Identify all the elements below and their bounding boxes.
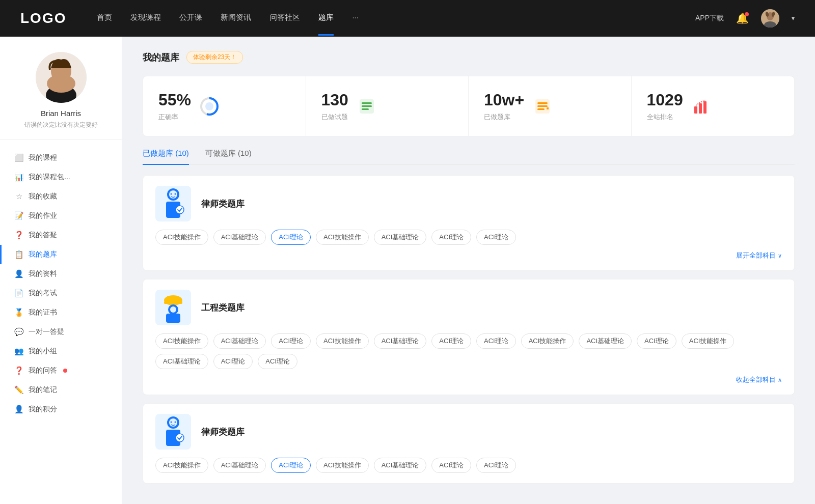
stat-done-questions: 130 已做试题 (306, 76, 469, 136)
svg-rect-20 (547, 107, 549, 109)
bank-tag-0-3[interactable]: ACI技能操作 (316, 230, 369, 245)
page-title: 我的题库 (143, 51, 179, 64)
bank-tag-1-4[interactable]: ACI基础理论 (374, 333, 427, 349)
sidebar-item-exam[interactable]: 📄 我的考试 (0, 284, 122, 303)
tab-done-banks[interactable]: 已做题库 (10) (143, 149, 189, 164)
user-avatar[interactable] (761, 9, 779, 27)
nav-open-course[interactable]: 公开课 (179, 13, 202, 24)
svg-rect-32 (167, 296, 179, 301)
nav-home[interactable]: 首页 (97, 13, 112, 24)
svg-point-40 (175, 422, 176, 423)
bank-tag-2-4[interactable]: ACI基础理论 (374, 458, 427, 473)
bank-tag-1-0[interactable]: ACI技能操作 (155, 333, 208, 349)
sidebar-item-notes[interactable]: ✏️ 我的笔记 (0, 380, 122, 400)
bank-tag-0-1[interactable]: ACI基础理论 (213, 230, 266, 245)
expand-btn-label-0: 展开全部科目 (736, 251, 776, 259)
nav-question-bank[interactable]: 题库 (318, 13, 334, 24)
tabs-row: 已做题库 (10) 可做题库 (10) (143, 149, 795, 165)
sidebar-label-points: 我的积分 (29, 405, 57, 414)
bank-tag-2-6[interactable]: ACI理论 (476, 458, 516, 473)
sidebar-item-my-qa[interactable]: ❓ 我的问答 (0, 361, 122, 380)
bank-tag-2-0[interactable]: ACI技能操作 (155, 458, 208, 473)
sidebar-item-materials[interactable]: 👤 我的资料 (0, 264, 122, 284)
bank-title-2: 律师类题库 (201, 426, 244, 438)
bank-tag-2-5[interactable]: ACI理论 (431, 458, 471, 473)
sidebar-label-course: 我的课程 (29, 153, 57, 162)
stat-ranking-value: 1029 (647, 91, 683, 109)
bank-tag-1-5[interactable]: ACI理论 (431, 333, 471, 349)
page-header: 我的题库 体验剩余23天！ (143, 51, 795, 64)
bank-tags-0: ACI技能操作 ACI基础理论 ACI理论 ACI技能操作 ACI基础理论 AC… (155, 230, 782, 245)
svg-point-41 (176, 434, 184, 442)
profile-motto: 错误的决定比没有决定要好 (24, 121, 98, 129)
svg-rect-22 (699, 103, 702, 114)
bank-tag-1-3[interactable]: ACI技能操作 (316, 333, 369, 349)
one-on-one-icon: 💬 (14, 327, 23, 337)
bank-tag-1-8[interactable]: ACI基础理论 (579, 333, 632, 349)
bank-tag-1-13[interactable]: ACI理论 (258, 354, 297, 369)
nav-qa[interactable]: 问答社区 (269, 13, 300, 24)
svg-rect-15 (362, 108, 369, 110)
nav-discover[interactable]: 发现课程 (130, 13, 161, 24)
bank-tag-1-7[interactable]: ACI技能操作 (521, 333, 574, 349)
bank-tag-0-2[interactable]: ACI理论 (271, 230, 311, 245)
bank-tag-1-1[interactable]: ACI基础理论 (213, 333, 266, 349)
sidebar-item-course[interactable]: ⬜ 我的课程 (0, 148, 122, 167)
bank-tag-2-1[interactable]: ACI基础理论 (213, 458, 266, 473)
bank-tag-1-9[interactable]: ACI理论 (637, 333, 676, 349)
nav-news[interactable]: 新闻资讯 (221, 13, 251, 24)
stat-done-banks: 10w+ 已做题库 (469, 76, 632, 136)
tab-available-banks[interactable]: 可做题库 (10) (205, 149, 252, 164)
nav-dropdown-arrow[interactable]: ▾ (792, 15, 795, 22)
bank-card-0: 律师类题库 ACI技能操作 ACI基础理论 ACI理论 ACI技能操作 ACI基… (143, 175, 795, 271)
svg-rect-31 (164, 301, 182, 304)
sidebar-item-course-pack[interactable]: 📊 我的课程包... (0, 167, 122, 187)
sidebar-item-one-on-one[interactable]: 💬 一对一答疑 (0, 322, 122, 342)
sidebar: Brian Harris 错误的决定比没有决定要好 ⬜ 我的课程 📊 我的课程包… (0, 37, 122, 504)
profile-name: Brian Harris (41, 109, 81, 118)
sidebar-label-favorites: 我的收藏 (29, 192, 57, 201)
svg-point-11 (205, 102, 213, 110)
bank-tag-2-3[interactable]: ACI技能操作 (316, 458, 369, 473)
stat-done-banks-label: 已做题库 (484, 113, 524, 122)
course-pack-icon: 📊 (14, 173, 23, 182)
course-icon: ⬜ (14, 153, 23, 162)
navbar: LOGO 首页 发现课程 公开课 新闻资讯 问答社区 题库 ··· APP下载 … (0, 0, 815, 37)
sidebar-item-group[interactable]: 👥 我的小组 (0, 342, 122, 361)
bank-card-2: 律师类题库 ACI技能操作 ACI基础理论 ACI理论 ACI技能操作 ACI基… (143, 403, 795, 484)
expand-btn-0[interactable]: 展开全部科目 ∨ (736, 251, 782, 260)
bank-tag-1-12[interactable]: ACI理论 (213, 354, 253, 369)
sidebar-item-points[interactable]: 👤 我的积分 (0, 400, 122, 419)
svg-rect-13 (362, 102, 372, 104)
my-qa-dot (63, 369, 67, 373)
collapse-btn-1[interactable]: 收起全部科目 ∧ (736, 375, 782, 384)
trial-badge: 体验剩余23天！ (186, 51, 243, 64)
stat-done-banks-text: 10w+ 已做题库 (484, 91, 524, 122)
bank-tag-0-5[interactable]: ACI理论 (431, 230, 471, 245)
bank-tag-0-6[interactable]: ACI理论 (476, 230, 516, 245)
bank-tag-1-11[interactable]: ACI基础理论 (155, 354, 208, 369)
sidebar-item-favorites[interactable]: ☆ 我的收藏 (0, 187, 122, 206)
bank-tags-2: ACI技能操作 ACI基础理论 ACI理论 ACI技能操作 ACI基础理论 AC… (155, 458, 782, 473)
bank-icon-lawyer (155, 186, 191, 221)
bank-tag-0-0[interactable]: ACI技能操作 (155, 230, 208, 245)
lawyer-icon-2 (159, 415, 187, 448)
bank-icon-lawyer-2 (155, 414, 191, 450)
sidebar-item-homework[interactable]: 📝 我的作业 (0, 206, 122, 226)
nav-more[interactable]: ··· (352, 13, 359, 24)
bank-tag-1-6[interactable]: ACI理论 (476, 333, 516, 349)
bank-tag-0-4[interactable]: ACI基础理论 (374, 230, 427, 245)
bank-tag-2-2[interactable]: ACI理论 (271, 458, 311, 473)
sidebar-item-certificate[interactable]: 🏅 我的证书 (0, 303, 122, 322)
notes-icon: ✏️ (14, 385, 23, 395)
bank-tag-1-10[interactable]: ACI技能操作 (682, 333, 735, 349)
bank-tag-1-2[interactable]: ACI理论 (271, 333, 311, 349)
sidebar-label-my-qa: 我的问答 (29, 366, 57, 375)
sidebar-item-qa[interactable]: ❓ 我的答疑 (0, 226, 122, 245)
profile-section: Brian Harris 错误的决定比没有决定要好 (0, 52, 122, 140)
bank-title-1: 工程类题库 (201, 302, 244, 314)
notification-bell[interactable]: 🔔 (736, 12, 749, 24)
app-download-btn[interactable]: APP下载 (695, 14, 724, 23)
nav-links: 首页 发现课程 公开课 新闻资讯 问答社区 题库 ··· (97, 13, 695, 24)
sidebar-item-question-bank[interactable]: 📋 我的题库 (0, 245, 122, 264)
